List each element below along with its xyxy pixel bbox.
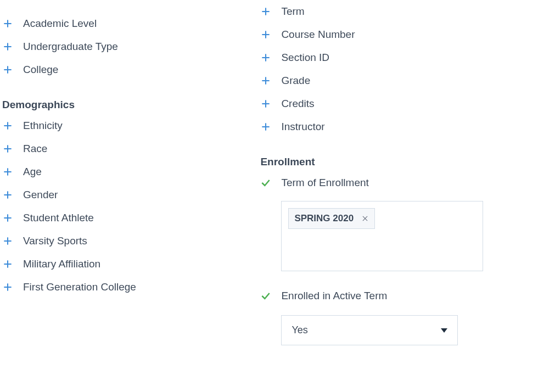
filter-label: Instructor	[281, 121, 324, 133]
select-value: Yes	[292, 324, 307, 336]
filter-course-number[interactable]: Course Number	[260, 23, 538, 46]
filter-label: First Generation College	[23, 281, 136, 293]
filter-military-affiliation[interactable]: Military Affiliation	[2, 253, 258, 276]
right-column: Term Course Number Section ID Grade Cred	[258, 0, 538, 345]
filter-varsity-sports[interactable]: Varsity Sports	[2, 229, 258, 253]
filter-college[interactable]: College	[2, 58, 258, 81]
filter-student-athlete[interactable]: Student Athlete	[2, 206, 258, 229]
filter-label: Academic Level	[23, 18, 97, 30]
plus-icon	[2, 64, 13, 75]
plus-icon	[2, 18, 13, 29]
filter-label: Military Affiliation	[23, 258, 100, 270]
plus-icon	[2, 236, 13, 247]
caret-down-icon	[441, 328, 447, 333]
filter-term-of-enrollment[interactable]: Term of Enrollment	[260, 171, 538, 194]
filter-first-generation-college[interactable]: First Generation College	[2, 276, 258, 299]
filter-age[interactable]: Age	[2, 160, 258, 183]
filter-enrolled-active-term[interactable]: Enrolled in Active Term	[260, 284, 538, 307]
plus-icon	[2, 189, 13, 200]
filter-section-id[interactable]: Section ID	[260, 46, 538, 69]
plus-icon	[2, 259, 13, 270]
plus-icon	[2, 166, 13, 177]
enrolled-active-term-select[interactable]: Yes	[281, 315, 458, 345]
check-icon	[260, 177, 271, 188]
plus-icon	[260, 98, 271, 109]
filter-grade[interactable]: Grade	[260, 69, 538, 92]
filter-term[interactable]: Term	[260, 0, 538, 23]
plus-icon	[2, 143, 13, 154]
filter-label: Enrolled in Active Term	[281, 290, 387, 302]
plus-icon	[260, 29, 271, 40]
filter-race[interactable]: Race	[2, 137, 258, 160]
demographics-header: Demographics	[2, 99, 258, 111]
plus-icon	[2, 282, 13, 293]
filter-label: Age	[23, 166, 42, 178]
filter-label: Credits	[281, 98, 314, 110]
filter-label: Ethnicity	[23, 120, 63, 132]
filter-label: Race	[23, 143, 47, 155]
filter-credits[interactable]: Credits	[260, 92, 538, 115]
plus-icon	[260, 52, 271, 63]
filter-label: Student Athlete	[23, 212, 94, 224]
filter-label: Section ID	[281, 52, 329, 64]
plus-icon	[260, 6, 271, 17]
filter-gender[interactable]: Gender	[2, 183, 258, 206]
filter-label: Varsity Sports	[23, 235, 87, 247]
filter-label: Term	[281, 5, 304, 18]
filter-ethnicity[interactable]: Ethnicity	[2, 114, 258, 137]
left-column: Academic Level Undergraduate Type Colleg…	[0, 0, 258, 345]
plus-icon	[260, 75, 271, 86]
chip-spring-2020: SPRING 2020	[288, 208, 375, 229]
filter-undergraduate-type[interactable]: Undergraduate Type	[2, 35, 258, 58]
check-icon	[260, 290, 271, 301]
filter-academic-level[interactable]: Academic Level	[2, 12, 258, 35]
chip-remove-icon[interactable]	[361, 215, 369, 222]
plus-icon	[2, 41, 13, 52]
filter-label: Undergraduate Type	[23, 41, 118, 53]
filter-label: Term of Enrollment	[281, 177, 368, 189]
filter-label: Gender	[23, 189, 58, 201]
chip-label: SPRING 2020	[294, 213, 354, 224]
term-of-enrollment-chip-input[interactable]: SPRING 2020	[281, 201, 483, 271]
plus-icon	[260, 121, 271, 132]
filter-label: College	[23, 64, 58, 76]
filter-label: Course Number	[281, 29, 355, 41]
filter-instructor[interactable]: Instructor	[260, 115, 538, 138]
plus-icon	[2, 212, 13, 223]
plus-icon	[2, 120, 13, 131]
filter-label: Grade	[281, 75, 310, 87]
enrollment-header: Enrollment	[260, 156, 538, 168]
svg-marker-36	[441, 328, 447, 333]
